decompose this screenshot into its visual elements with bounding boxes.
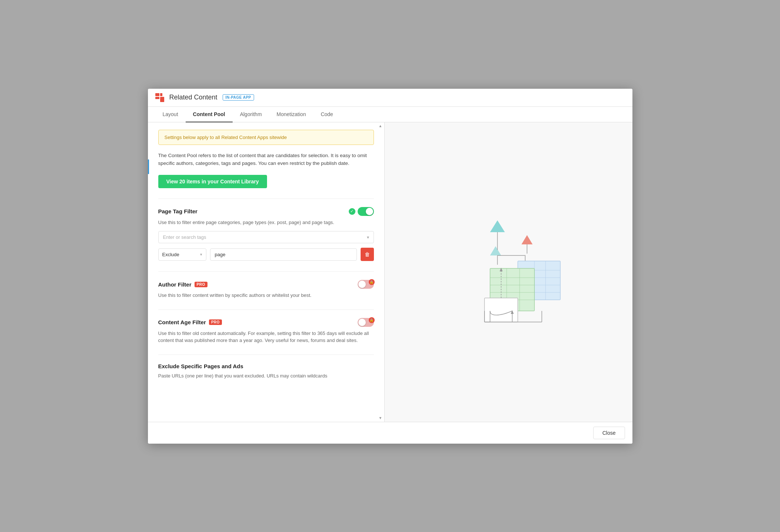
svg-rect-21: [484, 298, 518, 322]
tab-algorithm[interactable]: Algorithm: [233, 107, 269, 122]
tabs-bar: Layout Content Pool Algorithm Monetizati…: [148, 107, 632, 122]
modal-footer: Close: [148, 422, 632, 444]
svg-marker-2: [490, 246, 501, 255]
view-library-button[interactable]: View 20 items in your Content Library: [158, 175, 267, 188]
author-filter-desc: Use this to filter content written by sp…: [158, 292, 374, 299]
trash-icon: 🗑: [365, 251, 370, 257]
right-panel: [385, 122, 632, 422]
svg-marker-1: [521, 235, 533, 244]
content-age-filter-header: Content Age Filter PRO 🔒: [158, 318, 374, 327]
filter-select-chevron-icon: ▾: [200, 252, 202, 257]
page-tag-filter-header: Page Tag Filter ✓: [158, 207, 374, 216]
filter-row-0: Exclude ▾ page 🗑: [158, 248, 374, 261]
modal-body: Settings below apply to all Related Cont…: [148, 122, 632, 422]
modal-overlay: Related Content IN-PAGE APP Layout Conte…: [0, 0, 780, 532]
content-pool-description: The Content Pool refers to the list of c…: [158, 152, 374, 167]
author-filter-header: Author Filter PRO 🔒: [158, 280, 374, 289]
scroll-arrow-up[interactable]: ▲: [377, 122, 384, 130]
warning-banner: Settings below apply to all Related Cont…: [158, 130, 374, 145]
content-age-toggle-knob: [358, 319, 366, 326]
page-tag-filter-toggle-container: ✓: [349, 207, 374, 216]
page-tag-filter-section: Page Tag Filter ✓ Use this to filter ent: [158, 199, 374, 261]
in-page-badge: IN-PAGE APP: [223, 94, 254, 101]
delete-filter-button[interactable]: 🗑: [361, 248, 374, 261]
left-panel: Settings below apply to all Related Cont…: [148, 122, 385, 422]
modal: Related Content IN-PAGE APP Layout Conte…: [148, 89, 632, 444]
page-tag-filter-toggle[interactable]: [358, 207, 374, 216]
author-filter-section: Author Filter PRO 🔒 Use this to filter c…: [158, 271, 374, 299]
filter-value-display: page: [210, 248, 357, 261]
toggle-knob: [366, 208, 373, 215]
exclude-pages-header: Exclude Specific Pages and Ads: [158, 363, 374, 369]
content-age-filter-title: Content Age Filter PRO: [158, 319, 222, 325]
content-age-filter-pro-badge: PRO: [209, 319, 222, 325]
close-button[interactable]: Close: [593, 427, 625, 439]
exclude-pages-desc: Paste URLs (one per line) that you want …: [158, 372, 374, 380]
tab-layout[interactable]: Layout: [155, 107, 186, 122]
svg-marker-0: [490, 220, 505, 232]
author-toggle-knob: [358, 281, 366, 288]
page-tag-filter-title: Page Tag Filter: [158, 208, 197, 214]
page-tag-filter-desc: Use this to filter entire page categorie…: [158, 219, 374, 226]
tag-input-placeholder: Enter or search tags: [163, 234, 206, 240]
filter-type-label: Exclude: [162, 252, 179, 257]
filter-type-select[interactable]: Exclude ▾: [158, 248, 206, 261]
exclude-pages-section: Exclude Specific Pages and Ads Paste URL…: [158, 355, 374, 380]
scroll-area[interactable]: Settings below apply to all Related Cont…: [148, 122, 384, 422]
content-age-filter-desc: Use this to filter old content automatic…: [158, 330, 374, 344]
tab-monetization[interactable]: Monetization: [269, 107, 313, 122]
author-filter-pro-badge: PRO: [195, 282, 207, 287]
app-icon: [155, 93, 164, 102]
tab-code[interactable]: Code: [313, 107, 340, 122]
author-filter-toggle[interactable]: 🔒: [358, 280, 374, 289]
tab-content-pool[interactable]: Content Pool: [186, 107, 233, 122]
content-age-filter-section: Content Age Filter PRO 🔒 Use this to fil…: [158, 309, 374, 344]
modal-title: Related Content: [169, 94, 217, 101]
tag-input-chevron-icon: ▾: [367, 235, 369, 240]
exclude-pages-title: Exclude Specific Pages and Ads: [158, 363, 243, 369]
author-filter-lock-icon: 🔒: [369, 279, 375, 285]
scroll-arrow-down[interactable]: ▼: [377, 414, 384, 422]
modal-header: Related Content IN-PAGE APP: [148, 89, 632, 107]
author-filter-title: Author Filter PRO: [158, 281, 207, 288]
toggle-check-icon: ✓: [349, 208, 355, 215]
content-age-filter-toggle[interactable]: 🔒: [358, 318, 374, 327]
content-pool-diagram: [453, 213, 564, 331]
tag-input[interactable]: Enter or search tags ▾: [158, 231, 374, 243]
diagram: [399, 137, 618, 407]
